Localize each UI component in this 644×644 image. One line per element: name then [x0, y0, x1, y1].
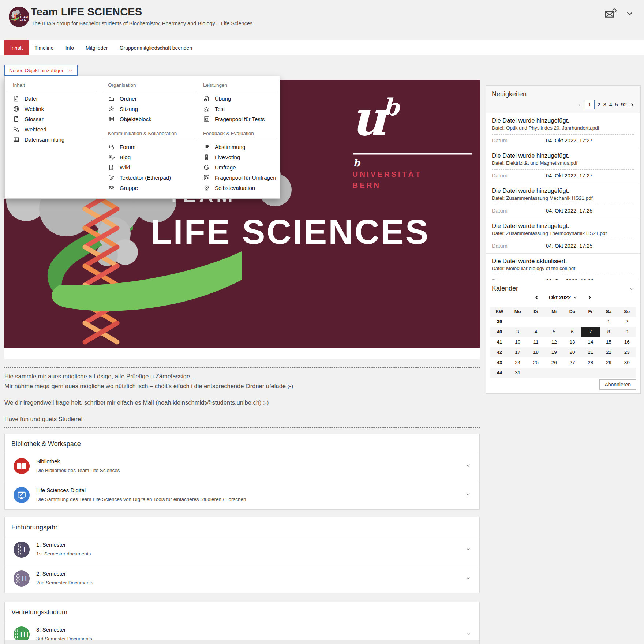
calendar-day[interactable]: 23: [618, 347, 636, 357]
chevron-down-icon[interactable]: [465, 491, 471, 498]
calendar-day[interactable]: 12: [545, 337, 563, 347]
menu-item-datensammlung[interactable]: Datensammlung: [8, 135, 96, 145]
calendar-day[interactable]: [618, 368, 636, 378]
calendar-day[interactable]: [581, 368, 600, 378]
menu-item-sitzung[interactable]: Sitzung: [104, 104, 195, 114]
next-month-icon[interactable]: [587, 295, 592, 300]
tab-timeline[interactable]: Timeline: [29, 40, 59, 55]
menu-item-uebung[interactable]: Übung: [199, 94, 277, 104]
news-item[interactable]: Die Datei wurde hinzugefügt. Datei: Elek…: [486, 148, 640, 183]
prev-month-icon[interactable]: [534, 295, 539, 300]
calendar-day[interactable]: [509, 317, 527, 327]
menu-item-abstimmung[interactable]: Abstimmung: [199, 142, 277, 152]
calendar-day[interactable]: 3: [509, 327, 527, 337]
chevron-down-icon[interactable]: [625, 9, 634, 18]
menu-item-umfrage[interactable]: Umfrage: [199, 162, 277, 173]
news-item-title[interactable]: Die Datei wurde hinzugefügt.: [492, 152, 634, 159]
calendar-day[interactable]: [581, 317, 600, 327]
calendar-day[interactable]: 20: [563, 347, 581, 357]
item-title[interactable]: Life Sciences Digital: [36, 487, 86, 493]
calendar-day[interactable]: [527, 317, 545, 327]
calendar-day[interactable]: 1: [600, 317, 618, 327]
list-item-bibliothek[interactable]: Bibliothek Die Bibliothek des Team Life …: [5, 453, 479, 482]
tab-info[interactable]: Info: [60, 40, 80, 55]
news-item[interactable]: Die Datei wurde hinzugefügt. Datei: Zusa…: [486, 183, 640, 218]
news-item[interactable]: Die Datei wurde hinzugefügt. Datei: Zusa…: [486, 218, 640, 253]
news-item-title[interactable]: Die Datei wurde aktualisiert.: [492, 257, 634, 265]
calendar-day[interactable]: 4: [527, 327, 545, 337]
calendar-day[interactable]: 19: [545, 347, 563, 357]
item-title[interactable]: Bibliothek: [36, 458, 60, 464]
calendar-day[interactable]: 29: [600, 357, 618, 368]
page-number[interactable]: 92: [621, 100, 627, 109]
chevron-down-icon[interactable]: [465, 463, 471, 469]
menu-item-test[interactable]: Test: [199, 104, 277, 114]
calendar-day[interactable]: 8: [600, 327, 618, 337]
calendar-day[interactable]: 2: [618, 317, 636, 327]
tab-mitglieder[interactable]: Mitglieder: [80, 40, 114, 55]
chevron-down-icon[interactable]: [465, 575, 471, 581]
group-avatar[interactable]: IL' TEAM LIFE: [9, 7, 29, 27]
news-item-title[interactable]: Die Datei wurde hinzugefügt.: [492, 187, 634, 194]
calendar-day[interactable]: 24: [509, 357, 527, 368]
calendar-day[interactable]: 10: [509, 337, 527, 347]
page-number[interactable]: 2: [598, 100, 600, 109]
calendar-day[interactable]: 17: [509, 347, 527, 357]
calendar-day[interactable]: 14: [581, 337, 600, 347]
menu-item-selbstevaluation[interactable]: Selbstevaluation: [199, 183, 277, 193]
calendar-day[interactable]: 30: [618, 357, 636, 368]
menu-item-forum[interactable]: Forum: [104, 142, 195, 152]
chevron-right-icon[interactable]: [630, 102, 634, 107]
mail-notification-icon[interactable]: [604, 8, 617, 19]
news-item-title[interactable]: Die Datei wurde hinzugefügt.: [492, 117, 634, 124]
calendar-day[interactable]: [545, 368, 563, 378]
subscribe-button[interactable]: Abonnieren: [599, 379, 636, 390]
calendar-day[interactable]: 11: [527, 337, 545, 347]
list-item-life-sciences-digital[interactable]: Life Sciences Digital Die Sammlung des T…: [5, 482, 479, 510]
menu-item-fragenpool-umfragen[interactable]: Fragenpool für Umfragen: [199, 173, 277, 183]
menu-item-ordner[interactable]: Ordner: [104, 94, 195, 104]
calendar-day[interactable]: [563, 368, 581, 378]
tab-gruppenmitgliedschaft-beenden[interactable]: Gruppenmitgliedschaft beenden: [114, 40, 198, 55]
calendar-day[interactable]: 18: [527, 347, 545, 357]
menu-item-gruppe[interactable]: Gruppe: [104, 183, 195, 193]
calendar-day[interactable]: 6: [563, 327, 581, 337]
item-title[interactable]: 1. Semester: [36, 542, 66, 548]
chevron-left-icon[interactable]: [577, 102, 582, 107]
calendar-day[interactable]: [563, 317, 581, 327]
page-number[interactable]: 4: [609, 100, 612, 109]
news-item[interactable]: Die Datei wurde hinzugefügt. Datei: Opti…: [486, 113, 640, 148]
calendar-day[interactable]: 26: [545, 357, 563, 368]
list-item-semester-1[interactable]: I 1. Semester 1st Semester documents: [5, 536, 479, 565]
calendar-day[interactable]: 22: [600, 347, 618, 357]
calendar-day[interactable]: 9: [618, 327, 636, 337]
calendar-day[interactable]: 5: [545, 327, 563, 337]
menu-item-livevoting[interactable]: LiveVoting: [199, 152, 277, 162]
tab-inhalt[interactable]: Inhalt: [4, 40, 29, 55]
calendar-day-today[interactable]: 7: [581, 327, 600, 337]
menu-item-weblink[interactable]: Weblink: [8, 104, 96, 114]
menu-item-datei[interactable]: Datei: [8, 94, 96, 104]
calendar-day[interactable]: 15: [600, 337, 618, 347]
item-title[interactable]: 3. Semester: [36, 626, 66, 633]
menu-item-texteditor[interactable]: Texteditor (Etherpad): [104, 173, 195, 183]
chevron-down-icon[interactable]: [465, 631, 471, 637]
calendar-day[interactable]: 16: [618, 337, 636, 347]
list-item-semester-2[interactable]: II 2. Semester 2nd Semester Documents: [5, 565, 479, 594]
month-selector[interactable]: Okt 2022: [549, 295, 577, 300]
menu-item-blog[interactable]: Blog: [104, 152, 195, 162]
item-title[interactable]: 2. Semester: [36, 570, 66, 577]
page-number[interactable]: 3: [603, 100, 606, 109]
calendar-day[interactable]: 28: [581, 357, 600, 368]
calendar-day[interactable]: 31: [509, 368, 527, 378]
menu-item-objekteblock[interactable]: Objekteblock: [104, 114, 195, 124]
page-number-current[interactable]: 1: [585, 100, 594, 109]
news-item-title[interactable]: Die Datei wurde hinzugefügt.: [492, 222, 634, 229]
chevron-down-icon[interactable]: [465, 546, 471, 552]
calendar-day[interactable]: 13: [563, 337, 581, 347]
add-object-button[interactable]: Neues Objekt hinzufügen: [4, 65, 78, 76]
calendar-day[interactable]: [545, 317, 563, 327]
calendar-day[interactable]: [600, 368, 618, 378]
menu-item-webfeed[interactable]: Webfeed: [8, 124, 96, 135]
page-number[interactable]: 5: [615, 100, 618, 109]
